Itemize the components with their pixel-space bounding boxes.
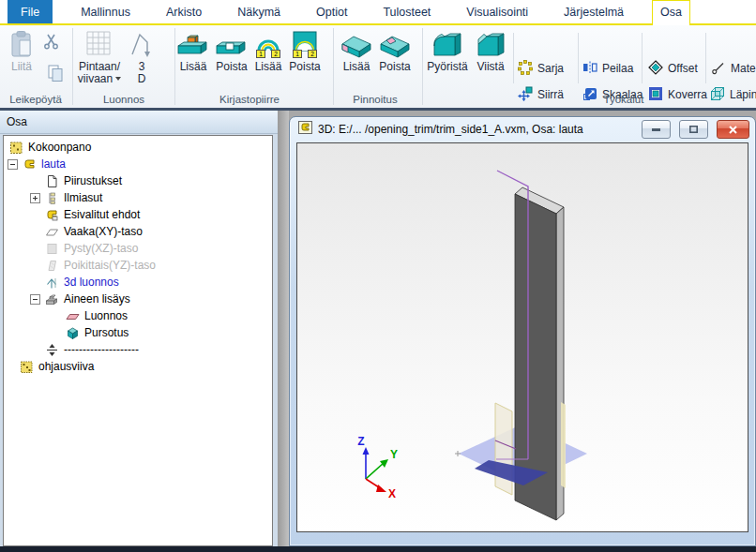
material-add-icon — [45, 292, 59, 306]
tree-item-lauta[interactable]: lauta — [4, 156, 272, 172]
library-add-arch-button[interactable]: 12 Lisää — [251, 28, 285, 73]
tree-item-kokoonpano[interactable]: Kokoonpano — [4, 139, 272, 156]
offset-button[interactable]: Offset — [648, 59, 698, 78]
tab-nakyma[interactable]: Näkymä — [230, 0, 288, 23]
paste-button[interactable]: Liitä — [2, 28, 41, 73]
viewport-3d[interactable]: Z Y X — [296, 142, 748, 532]
coating-remove-icon — [379, 28, 411, 58]
collapse-icon[interactable] — [30, 294, 40, 305]
tab-mallinnus[interactable]: Mallinnus — [73, 0, 138, 23]
plane-xz-icon — [45, 242, 59, 256]
mirror-button[interactable]: Peilaa — [582, 59, 633, 78]
application-window: File Mallinnus Arkisto Näkymä Optiot Tul… — [0, 0, 756, 552]
tab-arkisto[interactable]: Arkisto — [159, 0, 209, 23]
assembly-icon — [9, 141, 23, 155]
group-label-library: Kirjastopiirre — [174, 94, 325, 105]
tree-item-3d-luonnos[interactable]: 3d luonnos — [4, 274, 272, 291]
tree-item-ohjausviiva[interactable]: ohjausviiva — [4, 358, 272, 375]
sketch-icon — [66, 309, 80, 323]
plane-yz-icon — [45, 259, 59, 273]
pattern-button[interactable]: Sarja — [518, 59, 564, 78]
offset-icon — [648, 60, 663, 78]
panel-title: Osa — [0, 111, 278, 134]
clipboard-icon — [10, 28, 34, 58]
sketch-surface-label-1: Pintaan/ — [79, 60, 120, 73]
tree-item-insert-marker[interactable]: -------------------- — [4, 341, 272, 358]
part-icon — [23, 157, 37, 172]
sketch-3d-icon — [45, 276, 59, 290]
threed-label-2: D — [138, 72, 146, 85]
tree-item-esivalitut-ehdot[interactable]: Esivalitut ehdot — [4, 206, 272, 223]
sketch-on-surface-button[interactable]: Pintaan/ viivaan — [75, 28, 124, 85]
slot-remove-icon — [216, 28, 248, 58]
mate-button[interactable]: Mate — [711, 59, 756, 78]
expand-icon[interactable] — [30, 193, 40, 203]
axis-z-label: Z — [357, 435, 364, 448]
tab-tulosteet[interactable]: Tulosteet — [375, 0, 438, 23]
group-label-sketch: Luonnos — [75, 94, 173, 105]
column-separator — [642, 33, 643, 83]
tree-item-pysty-xz-taso[interactable]: Pysty(XZ)-taso — [4, 240, 272, 257]
group-label-coating: Pinnoitus — [333, 94, 417, 105]
minimize-button[interactable] — [642, 120, 671, 139]
group-separator — [72, 28, 73, 105]
library-add-boss-button[interactable]: Lisää — [174, 28, 212, 73]
insert-position-icon — [45, 343, 59, 357]
chamfer-icon — [473, 28, 508, 58]
tree-item-luonnos[interactable]: Luonnos — [4, 307, 272, 324]
library-remove-boss-button[interactable]: Poista — [212, 28, 251, 73]
tree-item-poikittais-yz-taso[interactable]: Poikittais(YZ)-taso — [4, 257, 272, 274]
tab-osa-active[interactable]: Osa — [652, 0, 690, 25]
svg-text:2: 2 — [310, 51, 314, 57]
fillet-button[interactable]: Pyöristä — [426, 28, 469, 73]
extrude-icon — [66, 326, 80, 340]
tab-jarjestelma[interactable]: Järjestelmä — [556, 0, 631, 23]
tab-file[interactable]: File — [8, 0, 53, 23]
drawing-icon — [45, 174, 59, 188]
collapse-icon[interactable] — [8, 159, 18, 170]
window-title: 3D: E:/... /opening_trim/trim_side1_A.vx… — [318, 123, 633, 136]
tree-item-piirustukset[interactable]: Piirustukset — [4, 172, 272, 189]
tree-item-vaaka-xy-taso[interactable]: Vaaka(XY)-taso — [4, 223, 272, 240]
group-label-clipboard: Leikepöytä — [0, 94, 71, 105]
mirror-icon — [582, 60, 597, 78]
restore-button[interactable] — [679, 120, 708, 139]
coating-add-icon — [340, 28, 372, 58]
plane-xy-icon — [45, 225, 59, 239]
polyline-3d-icon — [129, 28, 154, 58]
tab-optiot[interactable]: Optiot — [309, 0, 355, 23]
sketch-surface-label-2: viivaan — [78, 72, 113, 85]
arch-add-icon: 12 — [256, 28, 280, 58]
group-separator — [422, 28, 423, 105]
panel-splitter[interactable] — [278, 111, 289, 552]
model-3d-window: 3D: E:/... /opening_trim/trim_side1_A.vx… — [289, 116, 756, 546]
app-window-bottom-edge — [0, 546, 756, 552]
pattern-icon — [518, 60, 533, 78]
group-label-tools: Työkalut — [525, 94, 722, 105]
tree-item-aineen-lisays[interactable]: Aineen lisäys — [4, 291, 272, 307]
arch-remove-icon: 12 — [293, 28, 317, 58]
sketch-plane-vertical[interactable] — [495, 403, 512, 495]
column-separator — [513, 33, 514, 83]
close-button[interactable] — [717, 120, 749, 139]
cut-icon[interactable] — [43, 33, 59, 53]
tree-item-pursotus[interactable]: Pursotus — [4, 324, 272, 341]
coating-add-button[interactable]: Lisää — [338, 28, 375, 73]
feature-tree[interactable]: Kokoonpano lauta Piirustukset Ilmiasut — [3, 135, 273, 546]
variants-icon — [45, 191, 59, 205]
window-title-bar[interactable]: 3D: E:/... /opening_trim/trim_side1_A.vx… — [290, 117, 755, 142]
ribbon: Liitä Leikepöytä Pintaan/ viivaan 3 D Lu… — [0, 25, 756, 111]
tree-item-ilmiasut[interactable]: Ilmiasut — [4, 189, 272, 206]
coating-remove-button[interactable]: Poista — [375, 28, 415, 73]
tab-visualisointi[interactable]: Visualisointi — [459, 0, 536, 23]
svg-text:1: 1 — [295, 51, 299, 57]
column-separator — [705, 33, 706, 83]
chamfer-button[interactable]: Viistä — [472, 28, 509, 73]
sketch-plane-edge — [561, 402, 566, 488]
library-remove-arch-button[interactable]: 12 Poista — [285, 28, 325, 73]
svg-text:1: 1 — [259, 51, 263, 57]
boss-add-icon — [177, 28, 209, 58]
copy-icon[interactable] — [47, 65, 65, 86]
sketch-3d-button[interactable]: 3 D — [126, 28, 158, 85]
feature-tree-panel: Osa Kokoonpano lauta Piirustukset — [0, 111, 278, 552]
